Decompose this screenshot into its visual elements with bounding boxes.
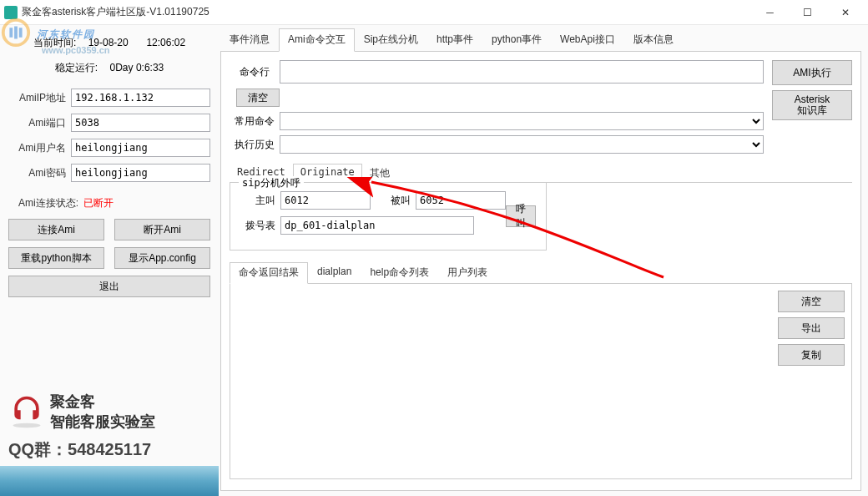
common-cmd-select[interactable] — [280, 112, 764, 130]
dialplan-label: 拨号表 — [240, 219, 275, 233]
ami-exec-button[interactable]: AMI执行 — [772, 60, 852, 85]
port-input[interactable] — [71, 114, 210, 132]
callee-label: 被叫 — [376, 194, 411, 208]
connection-status: 已断开 — [83, 196, 114, 210]
caller-label: 主叫 — [240, 194, 275, 208]
call-button[interactable]: 呼叫 — [506, 205, 536, 227]
reload-python-button[interactable]: 重载python脚本 — [8, 247, 104, 269]
user-label: Ami用户名 — [8, 141, 71, 155]
common-cmd-label: 常用命令 — [230, 114, 280, 129]
footer-strip — [0, 466, 219, 496]
dialplan-input[interactable] — [280, 216, 474, 235]
tab-ami-cmd[interactable]: Ami命令交互 — [279, 28, 355, 52]
asterisk-kb-button[interactable]: Asterisk知识库 — [772, 90, 852, 120]
tab-sip-online[interactable]: Sip在线分机 — [355, 28, 427, 52]
result-tabs: 命令返回结果 dialplan help命令列表 用户列表 — [230, 262, 852, 284]
tab-events[interactable]: 事件消息 — [220, 28, 279, 52]
close-button[interactable]: ✕ — [826, 1, 864, 24]
originate-group: sip分机外呼 主叫 被叫 拨号表 — [230, 182, 547, 251]
clear-cmd-button[interactable]: 清空 — [236, 89, 280, 107]
ip-label: AmiIP地址 — [8, 91, 71, 105]
tab-other[interactable]: 其他 — [362, 164, 397, 183]
result-clear-button[interactable]: 清空 — [778, 291, 845, 312]
main-tabs: 事件消息 Ami命令交互 Sip在线分机 http事件 python事件 Web… — [220, 28, 861, 52]
tab-version[interactable]: 版本信息 — [624, 28, 683, 52]
connection-status-row: Ami连接状态: 已断开 — [8, 194, 210, 212]
history-label: 执行历史 — [230, 138, 280, 152]
result-textarea[interactable] — [230, 284, 771, 478]
disconnect-button[interactable]: 断开Ami — [114, 219, 210, 240]
uptime: 稳定运行: 0Day 0:6:33 — [8, 58, 210, 77]
maximize-button[interactable]: ☐ — [789, 1, 826, 24]
tab-result[interactable]: 命令返回结果 — [230, 262, 308, 284]
footer: 聚金客 智能客服实验室 QQ群：548425117 — [0, 387, 219, 496]
pass-input[interactable] — [71, 164, 210, 182]
minimize-button[interactable]: ─ — [751, 1, 789, 24]
history-select[interactable] — [280, 135, 764, 154]
user-input[interactable] — [71, 139, 210, 157]
connect-button[interactable]: 连接Ami — [8, 219, 104, 240]
action-tabs: Redirect Originate 其他 — [230, 164, 852, 183]
tab-help[interactable]: help命令列表 — [361, 262, 438, 284]
ip-input[interactable] — [71, 89, 210, 107]
left-panel: 当前时间: 19-08-20 12:06:02 稳定运行: 0Day 0:6:3… — [0, 25, 219, 496]
titlebar: 聚金客asterisk客户端社区版-V1.01190725 ─ ☐ ✕ — [0, 0, 868, 25]
tab-dialplan[interactable]: dialplan — [308, 262, 361, 284]
callee-input[interactable] — [416, 191, 506, 210]
port-label: Ami端口 — [8, 116, 71, 130]
result-copy-button[interactable]: 复制 — [778, 344, 845, 366]
cmdline-input[interactable] — [280, 60, 764, 84]
exit-button[interactable]: 退出 — [8, 276, 210, 297]
headset-icon — [8, 393, 45, 430]
app-icon — [4, 6, 18, 19]
qq-group: QQ群：548425117 — [0, 437, 219, 466]
svg-point-1 — [13, 423, 41, 428]
current-time: 当前时间: 19-08-20 12:06:02 — [8, 33, 210, 52]
cmdline-label: 命令行 — [230, 65, 280, 79]
caller-input[interactable] — [280, 191, 371, 210]
right-panel: 事件消息 Ami命令交互 Sip在线分机 http事件 python事件 Web… — [219, 25, 868, 496]
tab-users[interactable]: 用户列表 — [438, 262, 497, 284]
show-config-button[interactable]: 显示App.config — [114, 247, 210, 269]
pass-label: Ami密码 — [8, 166, 71, 180]
tab-webapi[interactable]: WebApi接口 — [551, 28, 624, 52]
result-export-button[interactable]: 导出 — [778, 317, 845, 339]
tab-python[interactable]: python事件 — [482, 28, 551, 52]
tab-http[interactable]: http事件 — [427, 28, 482, 52]
window-title: 聚金客asterisk客户端社区版-V1.01190725 — [22, 5, 751, 19]
